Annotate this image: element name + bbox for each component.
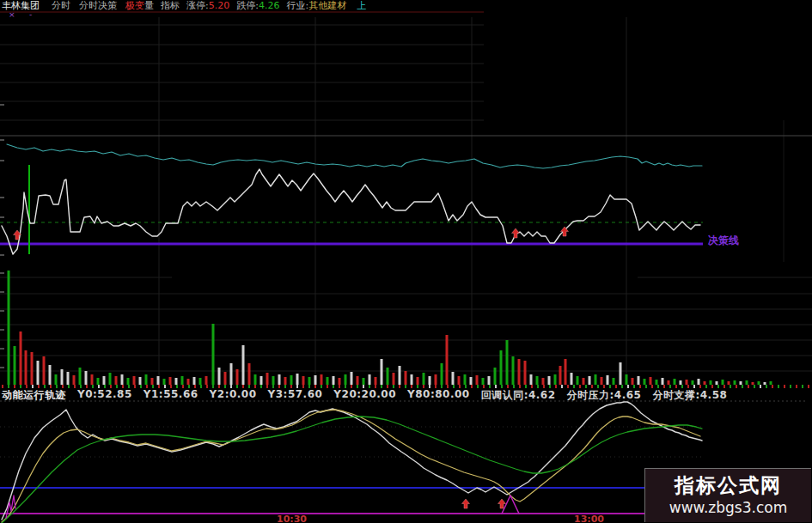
- volume-pane: [8, 271, 772, 385]
- indicator-param: Y20:20.00: [333, 388, 396, 403]
- indicator-param: 分时压力:4.65: [567, 388, 642, 403]
- indicator-param: Y2:0.00: [210, 388, 257, 403]
- chart-canvas: [0, 0, 812, 523]
- indicator-param: 分时支撑:4.58: [652, 388, 727, 403]
- momentum-white: [2, 402, 702, 520]
- indicator-param: Y3:57.60: [268, 388, 323, 403]
- grid: [0, 17, 812, 385]
- indicator-param: Y0:52.85: [77, 388, 132, 403]
- price-pane: [0, 144, 703, 254]
- watermark: 指标公式网 www.zbgs3.com: [644, 468, 811, 522]
- indicator-param: Y80:80.00: [407, 388, 470, 403]
- decision-line-label: 决策线: [708, 234, 739, 248]
- price-line: [2, 169, 700, 254]
- indicator-param: Y1:55.66: [143, 388, 198, 403]
- time-label-1030: 10:30: [277, 514, 307, 523]
- watermark-title: 指标公式网: [645, 472, 811, 499]
- average-line: [7, 144, 702, 168]
- time-label-1300: 13:00: [574, 514, 604, 523]
- watermark-url: www.zbgs3.com: [645, 499, 811, 516]
- screen: 丰林集团分时分时决策极变量指标涨停:5.20跌停:4.26行业:其他建材上 × …: [0, 0, 812, 523]
- indicator-param: 动能运行轨迹: [2, 388, 66, 403]
- indicator-param: 回调认同:4.62: [481, 388, 556, 403]
- indicator-header: 动能运行轨迹Y0:52.85Y1:55.66Y2:0.00Y3:57.60Y20…: [2, 388, 738, 403]
- magenta-spike: [502, 496, 519, 514]
- momentum-yellow: [2, 410, 700, 522]
